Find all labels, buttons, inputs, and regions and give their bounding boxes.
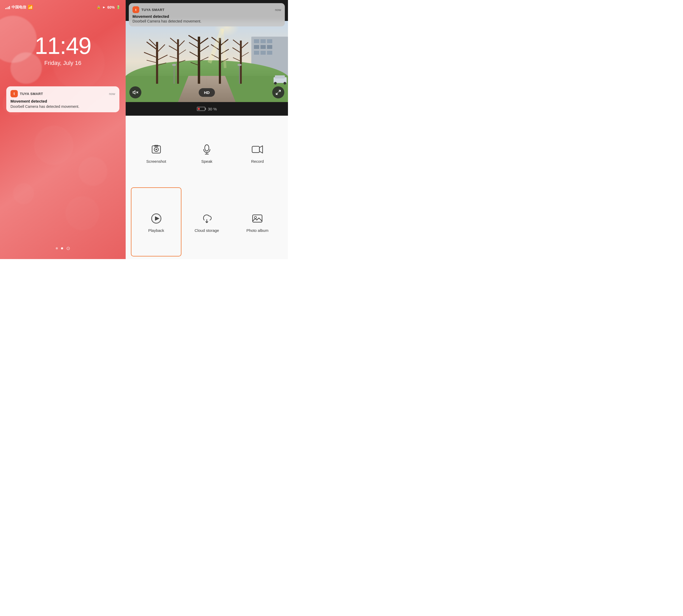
speak-icon bbox=[200, 142, 214, 156]
fullscreen-button[interactable] bbox=[272, 86, 284, 98]
photo-album-icon bbox=[250, 212, 264, 225]
svg-rect-10 bbox=[260, 51, 266, 55]
left-status-bar: 中国电信 📶 🔒 ► 60% 🔋 bbox=[0, 5, 126, 10]
cloud-storage-label: Cloud storage bbox=[194, 228, 219, 233]
svg-marker-62 bbox=[133, 91, 135, 94]
tuya-logo: t bbox=[10, 90, 18, 97]
battery-indicator bbox=[197, 107, 205, 111]
notif-body: Doorbell Camera has detected movement. bbox=[10, 104, 115, 109]
svg-point-61 bbox=[283, 82, 286, 85]
photo-album-button[interactable]: Photo album bbox=[232, 188, 283, 257]
notif-title: Movement detected bbox=[10, 99, 115, 103]
clock-time: 11:49 bbox=[0, 34, 126, 58]
svg-rect-80 bbox=[253, 215, 262, 222]
svg-point-69 bbox=[155, 149, 157, 150]
signal-icon bbox=[5, 5, 10, 9]
cam-notif-time: now bbox=[275, 8, 281, 12]
svg-rect-9 bbox=[254, 51, 259, 55]
screenshot-button[interactable]: Screenshot bbox=[131, 118, 182, 188]
notif-app-name: TUYA SMART bbox=[20, 92, 43, 96]
battery-status-bar: 30 % bbox=[126, 102, 288, 116]
record-button[interactable]: Record bbox=[232, 118, 283, 188]
record-label: Record bbox=[251, 159, 264, 163]
carrier-label: 中国电信 bbox=[12, 5, 26, 10]
hd-button[interactable]: HD bbox=[199, 88, 215, 97]
camera-controls: HD bbox=[129, 86, 284, 98]
playback-label: Playback bbox=[148, 228, 164, 233]
lock-bottom-dots: ⊙ bbox=[0, 245, 126, 251]
svg-point-55 bbox=[237, 64, 242, 66]
wifi-icon: 📶 bbox=[28, 5, 33, 10]
lock-icon: 🔒 bbox=[97, 5, 101, 9]
svg-rect-7 bbox=[260, 45, 266, 49]
svg-marker-75 bbox=[259, 146, 262, 153]
notif-time: now bbox=[109, 92, 115, 96]
camera-shortcut-icon: ⊙ bbox=[66, 245, 70, 251]
svg-rect-3 bbox=[254, 39, 259, 43]
playback-icon bbox=[149, 212, 163, 225]
left-notification-card[interactable]: t TUYA SMART now Movement detected Doorb… bbox=[6, 86, 120, 112]
dot-1 bbox=[56, 247, 58, 249]
svg-rect-4 bbox=[260, 39, 266, 43]
svg-point-60 bbox=[274, 82, 277, 85]
screenshot-label: Screenshot bbox=[146, 159, 166, 163]
speak-button[interactable]: Speak bbox=[182, 118, 232, 188]
mute-button[interactable] bbox=[129, 86, 141, 98]
time-display: 11:49 Friday, July 16 bbox=[0, 34, 126, 66]
location-icon: ► bbox=[102, 5, 106, 9]
battery-pct-label: 60% bbox=[107, 5, 115, 9]
playback-button[interactable]: Playback bbox=[131, 188, 182, 257]
svg-point-53 bbox=[172, 64, 176, 66]
battery-icon: 🔋 bbox=[116, 5, 121, 9]
clock-date: Friday, July 16 bbox=[0, 60, 126, 66]
cloud-storage-button[interactable]: Cloud storage bbox=[182, 188, 232, 257]
lock-screen: 中国电信 📶 🔒 ► 60% 🔋 11:49 Friday, July 16 t… bbox=[0, 0, 126, 259]
camera-feed: t TUYA SMART now Movement detected Doorb… bbox=[126, 0, 288, 102]
cam-tuya-logo: t bbox=[132, 6, 139, 13]
svg-rect-5 bbox=[267, 39, 272, 43]
cam-notif-app-name: TUYA SMART bbox=[141, 8, 165, 12]
svg-marker-78 bbox=[155, 217, 159, 220]
svg-point-81 bbox=[254, 216, 257, 219]
svg-point-71 bbox=[205, 145, 209, 151]
battery-percentage: 30 % bbox=[208, 107, 217, 111]
svg-rect-11 bbox=[267, 51, 272, 55]
dot-2-active bbox=[61, 247, 63, 249]
cam-notif-body: Doorbell Camera has detected movement. bbox=[132, 19, 281, 23]
action-grid: Screenshot Speak Record bbox=[126, 116, 288, 259]
right-panel: t TUYA SMART now Movement detected Doorb… bbox=[126, 0, 288, 259]
cloud-storage-icon bbox=[200, 212, 214, 225]
camera-notification-card[interactable]: t TUYA SMART now Movement detected Doorb… bbox=[129, 3, 285, 26]
svg-rect-59 bbox=[275, 75, 285, 79]
photo-album-label: Photo album bbox=[246, 228, 268, 233]
svg-rect-8 bbox=[267, 45, 272, 49]
screenshot-icon bbox=[149, 142, 163, 156]
cam-notif-title: Movement detected bbox=[132, 14, 281, 19]
svg-rect-6 bbox=[254, 45, 259, 49]
record-icon bbox=[250, 142, 264, 156]
speak-label: Speak bbox=[201, 159, 213, 163]
svg-rect-74 bbox=[252, 146, 259, 153]
